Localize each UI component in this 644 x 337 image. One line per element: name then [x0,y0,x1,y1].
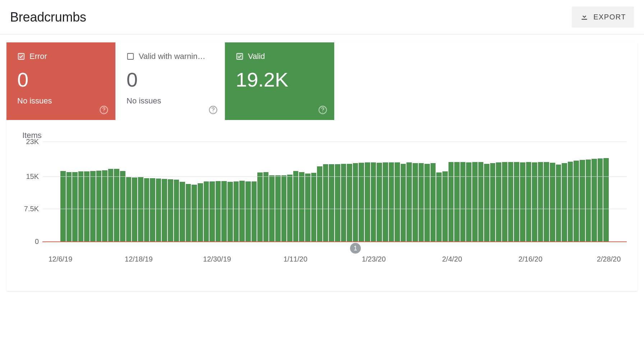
chart-bar [406,162,412,241]
chart-bar [102,170,107,241]
chart-bar [526,162,532,241]
status-card-error[interactable]: Error 0 No issues [6,42,116,120]
chart-bar [78,171,84,241]
card-error-sub: No issues [17,96,105,106]
chart-bar [502,162,507,241]
chart-bar [299,172,304,241]
chart-bar [156,179,161,241]
chart-bar [419,163,424,241]
chart-bar [108,169,114,241]
chart-bar [234,181,239,241]
chart-bar [401,164,406,241]
chart-bar [454,162,460,241]
checkbox-unchecked-icon [126,52,134,60]
chart-bar [287,175,293,241]
chart-bar [90,171,96,241]
chart-bar [389,162,394,241]
chart-bar [377,163,382,241]
chart-bar [311,173,317,241]
chart-bar [132,177,137,241]
card-warning-label: Valid with warnin… [139,52,205,61]
chart-bar [72,172,78,241]
chart-bar [239,181,245,241]
card-warning-value: 0 [126,70,214,90]
chart-y-axis-title: Items [22,131,627,140]
chart-bar [114,169,119,241]
chart-bar [532,162,537,241]
chart-bar [514,162,519,241]
chart-x-tick: 1/11/20 [284,255,308,263]
chart-bar [317,166,322,241]
chart-x-tick: 1/23/20 [362,255,386,263]
chart-bar [245,181,251,241]
chart-bar [371,162,376,241]
chart-bar [359,163,364,241]
chart-bar [174,180,179,241]
chart-bar [210,181,215,241]
chart-x-tick: 12/18/19 [125,255,153,263]
bar-chart: 1 23K15K7.5K0 12/6/1912/18/1912/30/191/1… [17,142,627,280]
chart-x-tick: 12/6/19 [49,255,73,263]
chart-bar [66,172,72,241]
chart-bar [442,171,448,241]
chart-bar [448,162,454,241]
svg-point-2 [104,112,104,112]
chart-bar [305,174,310,241]
chart-y-tick: 23K [17,138,39,146]
chart-bar [544,162,549,241]
chart-bar [138,177,143,241]
chart-bar [496,162,501,241]
chart-bar [180,182,185,241]
status-card-valid[interactable]: Valid 19.2K [225,42,334,120]
chart-bar [335,164,340,241]
chart-bar [126,177,132,241]
chart-x-tick: 2/4/20 [442,255,462,263]
chart-bar [413,163,418,241]
chart-bar [484,164,489,241]
chart-bar [508,162,514,241]
svg-rect-3 [128,54,134,60]
chart-gridline [42,176,627,177]
report-panel: Error 0 No issues Valid with warnin… 0 N… [6,42,638,291]
chart-bar [592,159,597,241]
card-error-label: Error [29,52,47,61]
card-valid-value: 19.2K [236,70,323,90]
checkbox-checked-icon [17,52,25,60]
chart-bar [263,172,269,241]
svg-point-5 [213,112,213,112]
chart-bar [424,164,430,241]
page-title: Breadcrumbs [10,10,86,25]
chart-bar [120,171,125,241]
chart-bar [353,163,358,241]
help-icon[interactable] [99,105,109,115]
help-icon[interactable] [208,105,218,115]
chart-y-tick: 0 [17,237,39,246]
chart-y-tick: 15K [17,172,39,180]
svg-point-8 [322,112,323,112]
chart-bar [144,178,150,241]
chart-bar [574,161,579,241]
chart-bar [550,163,555,241]
card-error-value: 0 [17,70,105,90]
chart-bar [395,162,400,241]
chart-bar [586,160,591,241]
chart-bar [347,164,352,241]
status-card-warning[interactable]: Valid with warnin… 0 No issues [116,42,225,120]
chart-annotation-marker[interactable]: 1 [350,243,361,254]
chart-bar [520,162,525,241]
export-button[interactable]: EXPORT [572,6,634,28]
chart-bar [329,164,334,241]
chart-bar [293,171,299,241]
chart-bar [216,181,221,241]
chart-bar [257,172,263,241]
download-icon [580,11,589,23]
chart-gridline [42,209,627,209]
chart-bar [60,171,66,241]
chart-bar [580,160,585,241]
help-icon[interactable] [318,105,328,115]
chart-bar [341,164,346,241]
chart-bar [431,163,436,241]
chart-x-tick: 12/30/19 [203,255,231,263]
chart-bar [598,158,603,241]
chart-bar [84,171,89,241]
